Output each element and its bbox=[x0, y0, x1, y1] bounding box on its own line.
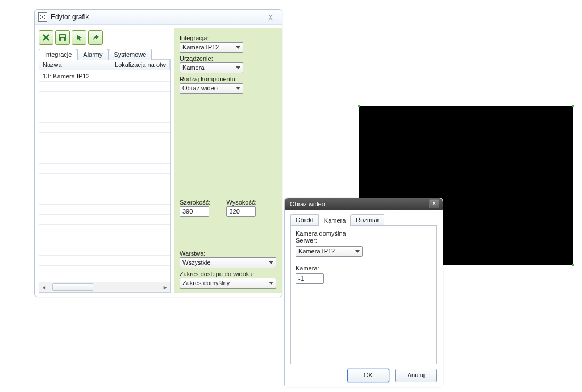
svg-marker-5 bbox=[77, 35, 82, 41]
svg-rect-4 bbox=[61, 38, 64, 41]
warstwa-select[interactable]: Wszystkie bbox=[180, 257, 276, 268]
table-row[interactable] bbox=[39, 266, 170, 276]
zakres-select[interactable]: Zakres domyślny bbox=[180, 278, 276, 289]
table-row[interactable] bbox=[39, 92, 170, 102]
dialog-body: Obiekt Kamera Rozmiar Kamera domyślna Se… bbox=[285, 210, 443, 387]
kamera-input[interactable]: -1 bbox=[296, 273, 324, 284]
table-row[interactable] bbox=[39, 133, 170, 143]
resize-handle-nw[interactable] bbox=[358, 105, 360, 107]
editor-body: Integracje Alarmy Systemowe Nazwa Lokali… bbox=[35, 24, 282, 297]
table-row[interactable] bbox=[39, 225, 170, 235]
tab-kamera[interactable]: Kamera bbox=[319, 215, 351, 226]
tab-rozmiar[interactable]: Rozmiar bbox=[351, 214, 384, 225]
serwer-select[interactable]: Kamera IP12 bbox=[296, 246, 363, 257]
cancel-button[interactable]: Anuluj bbox=[395, 369, 437, 382]
kamera-domyslna-label: Kamera domyślna bbox=[296, 230, 432, 237]
wysokosc-label: Wysokość: bbox=[226, 199, 256, 206]
floppy-icon bbox=[59, 34, 66, 41]
zakres-label: Zakres dostępu do widoku: bbox=[180, 270, 276, 277]
horizontal-scrollbar[interactable]: ◄ ► bbox=[39, 282, 170, 292]
toolbar bbox=[39, 28, 171, 48]
pointer-button[interactable] bbox=[72, 30, 86, 45]
table-row[interactable] bbox=[39, 235, 170, 245]
dialog-buttons: OK Anuluj bbox=[290, 364, 437, 382]
tab-integracje[interactable]: Integracje bbox=[39, 49, 77, 60]
window-title: Edytor grafik bbox=[51, 13, 263, 21]
x-icon bbox=[42, 34, 50, 41]
scroll-left-icon[interactable]: ◄ bbox=[39, 283, 49, 291]
arrow-icon bbox=[92, 34, 99, 41]
table-row[interactable] bbox=[39, 143, 170, 153]
table-row[interactable] bbox=[39, 184, 170, 194]
serwer-label: Serwer: bbox=[296, 237, 432, 244]
editor-titlebar[interactable]: Edytor grafik ╳ bbox=[35, 10, 282, 25]
rodzaj-select[interactable]: Obraz wideo bbox=[180, 83, 243, 94]
wysokosc-input[interactable]: 320 bbox=[226, 206, 256, 217]
kamera-label: Kamera: bbox=[296, 265, 432, 272]
items-table: Nazwa Lokalizacja na otw 13: Kamera IP12 bbox=[39, 59, 171, 293]
source-tabs: Integracje Alarmy Systemowe bbox=[39, 49, 171, 60]
table-row[interactable] bbox=[39, 205, 170, 215]
table-row[interactable] bbox=[39, 112, 170, 123]
table-row[interactable] bbox=[39, 82, 170, 92]
tab-systemowe[interactable]: Systemowe bbox=[109, 49, 152, 60]
table-row[interactable] bbox=[39, 174, 170, 184]
save-button[interactable] bbox=[55, 30, 70, 45]
table-header: Nazwa Lokalizacja na otw bbox=[39, 60, 170, 70]
cursor-icon bbox=[75, 34, 83, 41]
table-row[interactable] bbox=[39, 153, 170, 164]
szerokosc-label: Szerokość: bbox=[180, 199, 210, 206]
share-button[interactable] bbox=[88, 30, 103, 45]
delete-button[interactable] bbox=[39, 30, 53, 45]
properties-panel: Integracja: Kamera IP12 Urządzenie: Kame… bbox=[174, 28, 282, 293]
tab-obiekt[interactable]: Obiekt bbox=[290, 214, 319, 225]
resize-handle-se[interactable] bbox=[572, 264, 574, 266]
th-nazwa[interactable]: Nazwa bbox=[39, 60, 111, 70]
scroll-right-icon[interactable]: ► bbox=[160, 283, 170, 291]
app-icon bbox=[38, 12, 47, 22]
urzadzenie-select[interactable]: Kamera bbox=[180, 62, 243, 73]
scroll-thumb[interactable] bbox=[52, 283, 93, 291]
table-row[interactable] bbox=[39, 123, 170, 133]
row-name: 13: Kamera IP12 bbox=[43, 73, 90, 80]
warstwa-label: Warstwa: bbox=[180, 250, 276, 257]
tab-alarmy[interactable]: Alarmy bbox=[77, 49, 108, 60]
table-row[interactable] bbox=[39, 256, 170, 266]
editor-window: Edytor grafik ╳ Integracje bbox=[34, 9, 282, 297]
integracja-select[interactable]: Kamera IP12 bbox=[180, 42, 243, 53]
size-row: Szerokość: 390 Wysokość: 320 bbox=[180, 193, 276, 217]
close-icon[interactable]: ✕ bbox=[429, 199, 439, 208]
close-icon[interactable]: ╳ bbox=[263, 12, 278, 22]
ok-button[interactable]: OK bbox=[347, 369, 389, 382]
video-dialog: Obraz wideo ✕ Obiekt Kamera Rozmiar Kame… bbox=[284, 198, 443, 387]
svg-rect-3 bbox=[60, 35, 65, 37]
table-row[interactable] bbox=[39, 194, 170, 205]
table-row[interactable] bbox=[39, 245, 170, 256]
table-row[interactable] bbox=[39, 215, 170, 225]
left-column: Integracje Alarmy Systemowe Nazwa Lokali… bbox=[39, 28, 171, 293]
table-row[interactable]: 13: Kamera IP12 bbox=[39, 72, 170, 82]
dialog-title: Obraz wideo bbox=[290, 201, 429, 207]
dialog-titlebar[interactable]: Obraz wideo ✕ bbox=[285, 198, 443, 210]
th-lokalizacja[interactable]: Lokalizacja na otw bbox=[111, 60, 170, 70]
integracja-label: Integracja: bbox=[180, 35, 276, 41]
table-rows: 13: Kamera IP12 bbox=[39, 72, 170, 282]
dialog-tabs: Obiekt Kamera Rozmiar bbox=[290, 214, 437, 225]
dialog-tab-pane: Kamera domyślna Serwer: Kamera IP12 Kame… bbox=[290, 225, 437, 364]
resize-handle-ne[interactable] bbox=[572, 105, 574, 107]
table-row[interactable] bbox=[39, 102, 170, 112]
szerokosc-input[interactable]: 390 bbox=[180, 206, 209, 217]
urzadzenie-label: Urządzenie: bbox=[180, 55, 276, 62]
table-row[interactable] bbox=[39, 164, 170, 174]
rodzaj-label: Rodzaj komponentu: bbox=[180, 76, 276, 82]
